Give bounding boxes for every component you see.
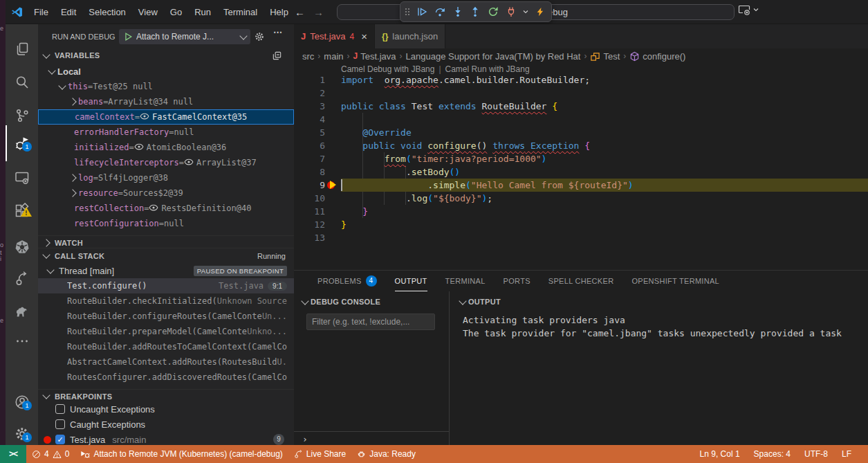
- activity-search[interactable]: [6, 67, 38, 98]
- stack-frame-row[interactable]: Test.configure()Test.java9:1: [38, 278, 294, 293]
- breakpoint-checkbox[interactable]: [55, 404, 65, 414]
- panel-tab-problems[interactable]: PROBLEMS4: [317, 271, 377, 291]
- stack-frame-row[interactable]: RoutesConfigurer.addDiscoveredRoutes(Cam…: [38, 370, 294, 385]
- eye-icon[interactable]: [134, 142, 144, 152]
- debug-continue-button[interactable]: [414, 3, 430, 20]
- code-line-5[interactable]: 5 @Override: [294, 126, 868, 139]
- stack-frame-row[interactable]: RouteBuilder.addRoutesToCamelContext(Cam…: [38, 339, 294, 354]
- java-status[interactable]: Java: Ready: [351, 445, 421, 463]
- code-area[interactable]: 1import org.apache.camel.builder.RouteBu…: [294, 73, 868, 270]
- chevron-down-button[interactable]: [521, 3, 530, 20]
- start-debug-icon[interactable]: [123, 32, 133, 42]
- gutter-slot[interactable]: [325, 100, 341, 113]
- breadcrumb-item[interactable]: main: [324, 51, 343, 62]
- gutter-slot[interactable]: [325, 218, 341, 231]
- code-line-3[interactable]: 3public class Test extends RouteBuilder …: [294, 100, 868, 113]
- gutter-slot[interactable]: [325, 139, 341, 152]
- status-encoding[interactable]: UTF-8: [797, 445, 835, 463]
- breadcrumb-item[interactable]: Test: [590, 51, 620, 62]
- collapse-all-icon[interactable]: [272, 51, 282, 61]
- nav-back-icon[interactable]: ←: [295, 6, 305, 18]
- breakpoint-checkbox[interactable]: [55, 419, 65, 429]
- gutter-slot[interactable]: [325, 192, 341, 205]
- variable-row-initialized[interactable]: initialized = AtomicBoolean@36: [38, 140, 294, 155]
- code-line-7[interactable]: 7 from("timer:java?period=1000"): [294, 152, 868, 165]
- code-line-10[interactable]: 10 .log("${body}");: [294, 192, 868, 205]
- line-number[interactable]: 11: [294, 205, 325, 218]
- menu-run[interactable]: Run: [188, 4, 217, 21]
- variable-row-local[interactable]: Local: [38, 64, 294, 79]
- stack-frame-row[interactable]: RouteBuilder.prepareModel(CamelContext)U…: [38, 324, 294, 339]
- activity-source-control[interactable]: [6, 100, 38, 131]
- breadcrumb-item[interactable]: configure(): [629, 51, 685, 62]
- output-header[interactable]: OUTPUT: [450, 294, 868, 309]
- codelens-camel-debug-link[interactable]: Camel Debug with JBang: [341, 64, 434, 74]
- line-number[interactable]: 5: [294, 126, 325, 139]
- stack-frame-row[interactable]: RouteBuilder.checkInitialized()Unknown S…: [38, 293, 294, 309]
- gutter-slot[interactable]: [325, 152, 341, 165]
- panel-tab-openshift-terminal[interactable]: OPENSHIFT TERMINAL: [631, 271, 719, 291]
- breakpoint-row[interactable]: Caught Exceptions: [38, 417, 294, 432]
- variable-row-lifecycleinterceptors[interactable]: lifecycleInterceptors = ArrayList@37: [38, 155, 294, 170]
- launch-config-dropdown[interactable]: Attach to Remote J...: [119, 29, 250, 44]
- menu-help[interactable]: Help: [264, 4, 295, 21]
- variable-row-restconfiguration[interactable]: restConfiguration = null: [38, 216, 294, 231]
- eye-icon[interactable]: [184, 157, 194, 167]
- debug-console-filter-input[interactable]: [306, 314, 435, 330]
- code-line-1[interactable]: 1import org.apache.camel.builder.RouteBu…: [294, 73, 868, 87]
- screencast-icon[interactable]: [738, 4, 750, 15]
- lazy-value-slot[interactable]: [140, 111, 152, 123]
- activity-more[interactable]: [6, 326, 38, 356]
- gutter-slot[interactable]: [325, 205, 341, 218]
- activity-run-and-debug[interactable]: [6, 128, 38, 158]
- variable-row-this[interactable]: this = Test@25 null: [38, 79, 294, 94]
- menu-view[interactable]: View: [132, 4, 164, 21]
- breakpoint-row[interactable]: Uncaught Exceptions: [38, 401, 294, 417]
- debug-console-repl-input[interactable]: ›: [294, 431, 450, 446]
- menu-file[interactable]: File: [28, 4, 55, 21]
- menu-go[interactable]: Go: [164, 4, 188, 21]
- debug-disconnect-button[interactable]: [504, 3, 519, 20]
- variable-row-errorhandlerfactory[interactable]: errorHandlerFactory = null: [38, 125, 294, 140]
- lazy-value-slot[interactable]: [149, 203, 161, 215]
- line-number[interactable]: 6: [294, 139, 325, 152]
- line-number[interactable]: 2: [294, 87, 325, 100]
- panel-tab-ports[interactable]: PORTS: [504, 271, 530, 291]
- debug-session-status[interactable]: Attach to Remote JVM (Kubernetes) (camel…: [75, 445, 288, 463]
- debug-step-into-button[interactable]: [450, 3, 465, 20]
- gutter-slot[interactable]: [325, 113, 341, 126]
- debug-step-over-button[interactable]: [432, 3, 447, 20]
- panel-tab-spell-checker[interactable]: SPELL CHECKER: [548, 271, 614, 291]
- breakpoint-row[interactable]: ✓Test.javasrc/main9: [38, 432, 294, 445]
- breadcrumb-item[interactable]: src: [302, 51, 314, 62]
- menu-terminal[interactable]: Terminal: [217, 4, 264, 21]
- eye-icon[interactable]: [140, 111, 149, 121]
- gear-icon[interactable]: [254, 31, 265, 42]
- lazy-value-slot[interactable]: [184, 157, 196, 169]
- code-line-11[interactable]: 11 }: [294, 205, 868, 218]
- stack-frame-row[interactable]: AbstractCamelContext.addRoutes(RoutesBui…: [38, 354, 294, 370]
- line-number[interactable]: 10: [294, 192, 325, 205]
- code-line-6[interactable]: 6 public void configure() throws Excepti…: [294, 139, 868, 152]
- debug-step-out-button[interactable]: [468, 3, 483, 20]
- layout-control[interactable]: [738, 4, 760, 15]
- activity-remote-explorer[interactable]: [6, 163, 38, 193]
- activity-accounts[interactable]: [6, 387, 38, 417]
- activity-live-share[interactable]: [6, 264, 38, 294]
- gutter-slot[interactable]: [325, 179, 341, 192]
- eye-icon[interactable]: [149, 203, 158, 212]
- code-line-2[interactable]: 2: [294, 87, 868, 100]
- watch-section-header[interactable]: WATCH: [38, 235, 294, 249]
- gutter-slot[interactable]: [325, 231, 341, 244]
- breakpoint-checkbox[interactable]: ✓: [55, 435, 65, 444]
- menu-edit[interactable]: Edit: [55, 4, 82, 21]
- activity-kubernetes[interactable]: [6, 232, 38, 262]
- variables-section-header[interactable]: VARIABLES: [38, 48, 294, 62]
- variable-row-restcollection[interactable]: restCollection = RestsDefinition@40: [38, 201, 294, 216]
- gutter-slot[interactable]: [325, 165, 341, 179]
- line-number[interactable]: 13: [294, 231, 325, 244]
- gutter-slot[interactable]: [325, 73, 341, 87]
- hot-code-replace-bolt-button[interactable]: [533, 3, 548, 20]
- line-number[interactable]: 1: [294, 73, 325, 87]
- status-indentation[interactable]: Spaces: 4: [747, 445, 797, 463]
